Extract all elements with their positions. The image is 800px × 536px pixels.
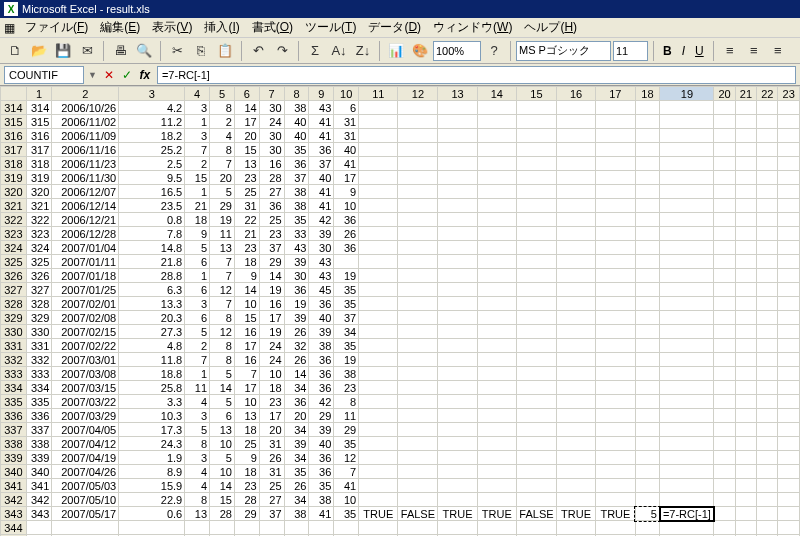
cell[interactable]: 1 <box>185 115 210 129</box>
cell[interactable]: 2006/11/09 <box>52 129 119 143</box>
cell[interactable]: 36 <box>309 451 334 465</box>
cell[interactable]: 343 <box>26 507 52 521</box>
cell[interactable]: 19 <box>259 325 284 339</box>
cell[interactable] <box>398 101 438 115</box>
cell[interactable] <box>185 521 210 535</box>
cell[interactable] <box>635 255 660 269</box>
col-header[interactable]: 4 <box>185 87 210 101</box>
row-header[interactable]: 337 <box>1 423 27 437</box>
name-box[interactable]: COUNTIF <box>4 66 84 84</box>
cell[interactable] <box>438 129 477 143</box>
cell[interactable]: 43 <box>309 269 334 283</box>
cell[interactable]: 8 <box>210 339 235 353</box>
cell[interactable] <box>359 311 398 325</box>
cell[interactable] <box>334 521 359 535</box>
cell[interactable] <box>477 353 516 367</box>
cell[interactable] <box>359 339 398 353</box>
row-header[interactable]: 331 <box>1 339 27 353</box>
cell[interactable]: 336 <box>26 409 52 423</box>
col-header[interactable]: 2 <box>52 87 119 101</box>
cell[interactable] <box>735 381 756 395</box>
cell[interactable]: 23 <box>234 241 259 255</box>
col-header[interactable]: 18 <box>635 87 660 101</box>
cell[interactable]: 15 <box>185 171 210 185</box>
cell[interactable] <box>757 451 778 465</box>
cell[interactable] <box>517 451 557 465</box>
cell[interactable] <box>398 129 438 143</box>
cell[interactable]: 38 <box>284 199 309 213</box>
cell[interactable] <box>778 437 800 451</box>
cell[interactable]: 11 <box>210 227 235 241</box>
cell[interactable]: 25 <box>259 479 284 493</box>
cell[interactable] <box>735 143 756 157</box>
menu-item[interactable]: ツール(T) <box>299 18 362 36</box>
cell[interactable]: 35 <box>334 339 359 353</box>
cell[interactable] <box>660 227 714 241</box>
cell[interactable] <box>556 451 595 465</box>
cell[interactable] <box>757 353 778 367</box>
menu-item[interactable]: データ(D) <box>362 18 427 36</box>
cell[interactable] <box>517 339 557 353</box>
cell[interactable] <box>714 437 735 451</box>
cell[interactable] <box>635 493 660 507</box>
cell[interactable]: 320 <box>26 185 52 199</box>
cancel-icon[interactable]: ✕ <box>101 67 117 83</box>
cell[interactable] <box>596 451 635 465</box>
cell[interactable]: 30 <box>259 143 284 157</box>
cell[interactable]: 21.8 <box>119 255 185 269</box>
cell[interactable]: 16 <box>259 297 284 311</box>
cell[interactable] <box>234 521 259 535</box>
cell[interactable] <box>596 353 635 367</box>
underline-button[interactable]: U <box>691 44 708 58</box>
cell[interactable] <box>735 339 756 353</box>
cell[interactable] <box>735 325 756 339</box>
cell[interactable] <box>735 269 756 283</box>
cell[interactable] <box>438 437 477 451</box>
cell[interactable]: 10 <box>334 493 359 507</box>
copy-button[interactable]: ⎘ <box>190 40 212 62</box>
cell[interactable] <box>735 395 756 409</box>
cell[interactable]: 8 <box>185 437 210 451</box>
cell[interactable]: 39 <box>309 325 334 339</box>
cell[interactable] <box>477 451 516 465</box>
cell[interactable] <box>438 227 477 241</box>
cell[interactable]: 16 <box>234 325 259 339</box>
menu-item[interactable]: ヘルプ(H) <box>518 18 583 36</box>
cell[interactable] <box>635 241 660 255</box>
cell[interactable] <box>359 297 398 311</box>
cell[interactable] <box>517 143 557 157</box>
cell[interactable]: 11.2 <box>119 115 185 129</box>
cell[interactable]: 7 <box>185 353 210 367</box>
cell[interactable]: 10 <box>234 297 259 311</box>
cell[interactable]: 23 <box>334 381 359 395</box>
cell[interactable] <box>660 129 714 143</box>
cell[interactable] <box>596 479 635 493</box>
row-header[interactable]: 341 <box>1 479 27 493</box>
cell[interactable] <box>757 213 778 227</box>
cell[interactable]: 3 <box>185 451 210 465</box>
cell[interactable] <box>477 325 516 339</box>
cell[interactable] <box>517 199 557 213</box>
cell[interactable]: 40 <box>309 437 334 451</box>
cell[interactable] <box>359 521 398 535</box>
cell[interactable] <box>596 129 635 143</box>
cell[interactable] <box>210 521 235 535</box>
col-header[interactable]: 10 <box>334 87 359 101</box>
cell[interactable] <box>477 213 516 227</box>
cell[interactable]: 39 <box>309 227 334 241</box>
cell[interactable] <box>714 339 735 353</box>
menu-item[interactable]: 表示(V) <box>146 18 198 36</box>
cell[interactable]: 2007/03/22 <box>52 395 119 409</box>
cell[interactable] <box>714 269 735 283</box>
cell[interactable] <box>556 479 595 493</box>
cell[interactable] <box>438 409 477 423</box>
cell[interactable] <box>660 367 714 381</box>
cell[interactable]: 341 <box>26 479 52 493</box>
cell[interactable]: 24 <box>259 339 284 353</box>
cell[interactable]: 329 <box>26 311 52 325</box>
cell[interactable]: 22.9 <box>119 493 185 507</box>
cell[interactable]: 36 <box>334 213 359 227</box>
cell[interactable] <box>398 171 438 185</box>
cell[interactable] <box>714 297 735 311</box>
cell[interactable]: 30 <box>259 101 284 115</box>
